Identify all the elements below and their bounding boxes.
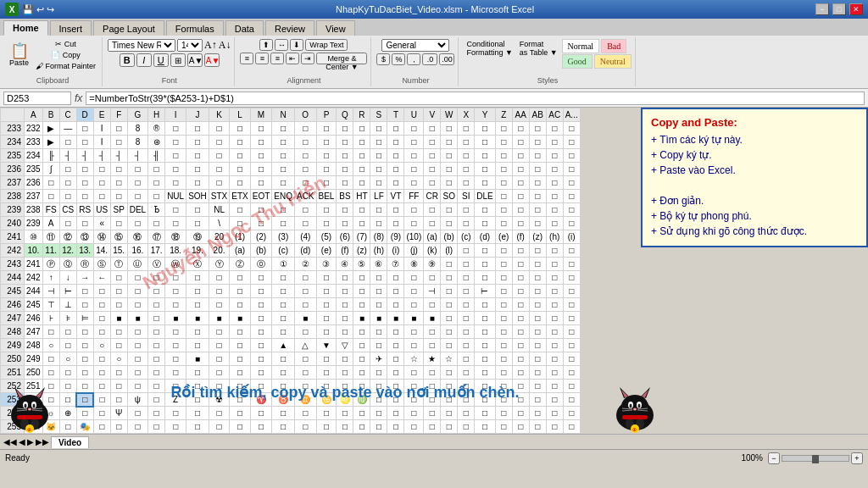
table-cell[interactable]: □ [546, 420, 563, 434]
table-cell[interactable]: Ⓧ [186, 258, 209, 271]
table-cell[interactable]: □ [76, 393, 93, 407]
table-cell[interactable]: CR [424, 190, 441, 203]
table-cell[interactable]: □ [529, 366, 546, 380]
table-cell[interactable]: FS [42, 203, 59, 217]
table-cell[interactable]: □ [424, 407, 441, 420]
table-cell[interactable]: ⑬ [76, 230, 93, 244]
table-cell[interactable]: □ [441, 420, 458, 434]
table-cell[interactable]: □ [165, 285, 186, 298]
col-V[interactable]: V [424, 108, 441, 122]
table-cell[interactable]: □ [546, 136, 563, 149]
table-cell[interactable]: ⊣ [42, 285, 59, 298]
table-cell[interactable]: □ [272, 325, 295, 339]
table-cell[interactable]: □ [127, 325, 147, 339]
table-cell[interactable]: □ [458, 258, 475, 271]
table-cell[interactable]: □ [387, 217, 404, 230]
table-cell[interactable]: □ [127, 380, 147, 393]
style-good[interactable]: Good [562, 54, 593, 69]
table-cell[interactable]: □ [512, 136, 529, 149]
table-cell[interactable]: ☆ [441, 352, 458, 366]
table-cell[interactable]: □ [250, 122, 272, 136]
table-cell[interactable]: ⑥ [370, 258, 387, 271]
table-cell[interactable]: □ [458, 312, 475, 325]
style-neutral[interactable]: Neutral [594, 54, 632, 69]
table-cell[interactable]: □ [495, 136, 512, 149]
table-cell[interactable]: HT [353, 190, 370, 203]
align-bottom-button[interactable]: ⬇ [290, 39, 303, 51]
table-cell[interactable]: Ⓢ [93, 258, 110, 271]
table-cell[interactable]: □ [272, 420, 295, 434]
table-cell[interactable]: □ [387, 122, 404, 136]
table-cell[interactable]: □ [529, 190, 546, 203]
table-cell[interactable]: □ [353, 217, 370, 230]
table-cell[interactable]: □ [294, 407, 316, 420]
table-cell[interactable]: Ⓥ [148, 258, 165, 271]
table-cell[interactable]: 244 [25, 285, 43, 298]
table-cell[interactable]: □ [529, 136, 546, 149]
table-cell[interactable]: 250 [25, 366, 43, 380]
row-header[interactable]: 249 [1, 339, 25, 352]
table-cell[interactable]: □ [475, 271, 495, 285]
conditional-formatting-button[interactable]: ConditionalFormatting ▼ [464, 39, 515, 69]
table-cell[interactable]: □ [424, 339, 441, 352]
table-cell[interactable]: □ [209, 352, 229, 366]
table-cell[interactable]: (h) [370, 244, 387, 258]
table-cell[interactable]: DLE [475, 190, 495, 203]
table-cell[interactable]: □ [387, 420, 404, 434]
table-cell[interactable]: □ [316, 420, 337, 434]
table-cell[interactable]: □ [272, 352, 295, 366]
col-S[interactable]: S [370, 108, 387, 122]
table-cell[interactable]: □ [110, 339, 127, 352]
table-cell[interactable]: □ [316, 271, 337, 285]
table-cell[interactable]: □ [512, 420, 529, 434]
align-left-button[interactable]: ≡ [240, 53, 253, 64]
table-cell[interactable]: □ [272, 407, 295, 420]
table-cell[interactable]: □ [209, 285, 229, 298]
table-cell[interactable]: □ [250, 312, 272, 325]
tab-insert[interactable]: Insert [50, 20, 92, 36]
table-cell[interactable]: □ [424, 366, 441, 380]
table-cell[interactable]: □ [294, 271, 316, 285]
col-R[interactable]: R [353, 108, 370, 122]
table-cell[interactable]: ■ [230, 312, 250, 325]
table-cell[interactable]: □ [127, 217, 147, 230]
table-cell[interactable]: 237 [25, 190, 43, 203]
table-cell[interactable]: □ [424, 271, 441, 285]
table-cell[interactable]: □ [230, 285, 250, 298]
table-cell[interactable]: □ [475, 325, 495, 339]
table-cell[interactable]: □ [110, 176, 127, 190]
table-cell[interactable]: □ [209, 298, 229, 312]
table-cell[interactable]: □ [387, 176, 404, 190]
table-cell[interactable]: NL [209, 203, 229, 217]
table-cell[interactable]: □ [475, 176, 495, 190]
table-cell[interactable]: □ [209, 176, 229, 190]
col-G[interactable]: G [127, 108, 147, 122]
table-cell[interactable]: 248 [25, 339, 43, 352]
table-cell[interactable]: □ [186, 393, 209, 407]
table-cell[interactable]: ⑦ [387, 258, 404, 271]
table-cell[interactable]: 19. [186, 244, 209, 258]
table-cell[interactable]: □ [458, 285, 475, 298]
table-cell[interactable]: □ [458, 203, 475, 217]
sheet-nav-right[interactable]: ▶▶ [36, 437, 49, 446]
table-cell[interactable]: □ [546, 163, 563, 176]
table-cell[interactable]: ▽ [337, 339, 353, 352]
table-cell[interactable]: Ⓩ [230, 258, 250, 271]
table-cell[interactable]: ⑪ [42, 230, 59, 244]
bold-button[interactable]: B [120, 53, 135, 67]
table-cell[interactable]: □ [165, 203, 186, 217]
table-cell[interactable]: 236 [25, 176, 43, 190]
table-cell[interactable]: □ [186, 298, 209, 312]
col-M[interactable]: M [250, 108, 272, 122]
table-cell[interactable]: ┤ [59, 149, 76, 163]
table-cell[interactable]: □ [441, 407, 458, 420]
table-cell[interactable]: Z [165, 393, 186, 407]
table-cell[interactable]: □ [76, 325, 93, 339]
table-cell[interactable]: □ [127, 271, 147, 285]
table-cell[interactable]: 17. [148, 244, 165, 258]
table-cell[interactable]: □ [441, 380, 458, 393]
table-cell[interactable]: □ [230, 122, 250, 136]
table-cell[interactable]: □ [250, 420, 272, 434]
table-cell[interactable]: □ [563, 380, 580, 393]
table-cell[interactable]: ☆ [404, 352, 424, 366]
